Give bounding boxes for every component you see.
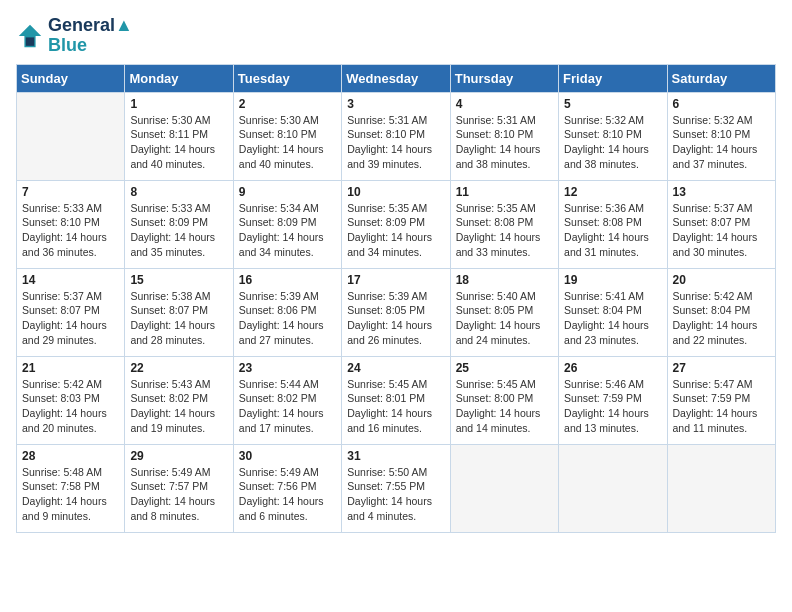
column-header-thursday: Thursday (450, 64, 558, 92)
day-number: 12 (564, 185, 661, 199)
day-number: 27 (673, 361, 770, 375)
daylight-label: Daylight: 14 hours and 29 minutes. (22, 319, 107, 346)
day-number: 21 (22, 361, 119, 375)
calendar-cell: 4 Sunrise: 5:31 AM Sunset: 8:10 PM Dayli… (450, 92, 558, 180)
calendar-cell: 11 Sunrise: 5:35 AM Sunset: 8:08 PM Dayl… (450, 180, 558, 268)
sunset-label: Sunset: 8:03 PM (22, 392, 100, 404)
sunset-label: Sunset: 8:07 PM (130, 304, 208, 316)
sunset-label: Sunset: 8:02 PM (239, 392, 317, 404)
day-info: Sunrise: 5:42 AM Sunset: 8:03 PM Dayligh… (22, 377, 119, 436)
day-info: Sunrise: 5:34 AM Sunset: 8:09 PM Dayligh… (239, 201, 336, 260)
sunrise-label: Sunrise: 5:40 AM (456, 290, 536, 302)
daylight-label: Daylight: 14 hours and 19 minutes. (130, 407, 215, 434)
day-number: 20 (673, 273, 770, 287)
column-header-wednesday: Wednesday (342, 64, 450, 92)
logo-icon (16, 22, 44, 50)
sunset-label: Sunset: 8:05 PM (347, 304, 425, 316)
sunrise-label: Sunrise: 5:37 AM (22, 290, 102, 302)
day-info: Sunrise: 5:42 AM Sunset: 8:04 PM Dayligh… (673, 289, 770, 348)
sunrise-label: Sunrise: 5:33 AM (22, 202, 102, 214)
sunrise-label: Sunrise: 5:43 AM (130, 378, 210, 390)
daylight-label: Daylight: 14 hours and 33 minutes. (456, 231, 541, 258)
sunrise-label: Sunrise: 5:31 AM (347, 114, 427, 126)
day-number: 17 (347, 273, 444, 287)
sunrise-label: Sunrise: 5:35 AM (456, 202, 536, 214)
sunrise-label: Sunrise: 5:45 AM (347, 378, 427, 390)
calendar-table: SundayMondayTuesdayWednesdayThursdayFrid… (16, 64, 776, 533)
sunset-label: Sunset: 7:56 PM (239, 480, 317, 492)
calendar-cell: 8 Sunrise: 5:33 AM Sunset: 8:09 PM Dayli… (125, 180, 233, 268)
calendar-cell: 19 Sunrise: 5:41 AM Sunset: 8:04 PM Dayl… (559, 268, 667, 356)
sunrise-label: Sunrise: 5:39 AM (239, 290, 319, 302)
calendar-cell: 18 Sunrise: 5:40 AM Sunset: 8:05 PM Dayl… (450, 268, 558, 356)
sunrise-label: Sunrise: 5:36 AM (564, 202, 644, 214)
daylight-label: Daylight: 14 hours and 31 minutes. (564, 231, 649, 258)
daylight-label: Daylight: 14 hours and 27 minutes. (239, 319, 324, 346)
calendar-cell: 1 Sunrise: 5:30 AM Sunset: 8:11 PM Dayli… (125, 92, 233, 180)
calendar-cell (559, 444, 667, 532)
day-info: Sunrise: 5:50 AM Sunset: 7:55 PM Dayligh… (347, 465, 444, 524)
daylight-label: Daylight: 14 hours and 23 minutes. (564, 319, 649, 346)
day-number: 9 (239, 185, 336, 199)
daylight-label: Daylight: 14 hours and 34 minutes. (239, 231, 324, 258)
daylight-label: Daylight: 14 hours and 20 minutes. (22, 407, 107, 434)
sunset-label: Sunset: 8:11 PM (130, 128, 208, 140)
day-number: 5 (564, 97, 661, 111)
day-info: Sunrise: 5:49 AM Sunset: 7:56 PM Dayligh… (239, 465, 336, 524)
day-info: Sunrise: 5:45 AM Sunset: 8:01 PM Dayligh… (347, 377, 444, 436)
day-number: 2 (239, 97, 336, 111)
sunrise-label: Sunrise: 5:35 AM (347, 202, 427, 214)
sunrise-label: Sunrise: 5:37 AM (673, 202, 753, 214)
day-number: 28 (22, 449, 119, 463)
calendar-cell (450, 444, 558, 532)
day-info: Sunrise: 5:35 AM Sunset: 8:09 PM Dayligh… (347, 201, 444, 260)
day-info: Sunrise: 5:30 AM Sunset: 8:10 PM Dayligh… (239, 113, 336, 172)
daylight-label: Daylight: 14 hours and 6 minutes. (239, 495, 324, 522)
calendar-cell (667, 444, 775, 532)
svg-rect-1 (26, 37, 34, 45)
day-info: Sunrise: 5:37 AM Sunset: 8:07 PM Dayligh… (22, 289, 119, 348)
day-info: Sunrise: 5:37 AM Sunset: 8:07 PM Dayligh… (673, 201, 770, 260)
sunset-label: Sunset: 7:55 PM (347, 480, 425, 492)
daylight-label: Daylight: 14 hours and 8 minutes. (130, 495, 215, 522)
daylight-label: Daylight: 14 hours and 13 minutes. (564, 407, 649, 434)
daylight-label: Daylight: 14 hours and 40 minutes. (130, 143, 215, 170)
day-number: 24 (347, 361, 444, 375)
calendar-cell: 21 Sunrise: 5:42 AM Sunset: 8:03 PM Dayl… (17, 356, 125, 444)
day-number: 25 (456, 361, 553, 375)
daylight-label: Daylight: 14 hours and 40 minutes. (239, 143, 324, 170)
daylight-label: Daylight: 14 hours and 9 minutes. (22, 495, 107, 522)
day-info: Sunrise: 5:32 AM Sunset: 8:10 PM Dayligh… (564, 113, 661, 172)
day-number: 11 (456, 185, 553, 199)
day-number: 3 (347, 97, 444, 111)
sunrise-label: Sunrise: 5:50 AM (347, 466, 427, 478)
sunrise-label: Sunrise: 5:46 AM (564, 378, 644, 390)
sunset-label: Sunset: 8:08 PM (564, 216, 642, 228)
sunset-label: Sunset: 8:09 PM (347, 216, 425, 228)
day-info: Sunrise: 5:39 AM Sunset: 8:05 PM Dayligh… (347, 289, 444, 348)
daylight-label: Daylight: 14 hours and 16 minutes. (347, 407, 432, 434)
sunset-label: Sunset: 7:59 PM (673, 392, 751, 404)
sunset-label: Sunset: 8:10 PM (456, 128, 534, 140)
daylight-label: Daylight: 14 hours and 37 minutes. (673, 143, 758, 170)
sunrise-label: Sunrise: 5:49 AM (130, 466, 210, 478)
sunset-label: Sunset: 8:10 PM (673, 128, 751, 140)
calendar-cell (17, 92, 125, 180)
sunrise-label: Sunrise: 5:45 AM (456, 378, 536, 390)
day-info: Sunrise: 5:36 AM Sunset: 8:08 PM Dayligh… (564, 201, 661, 260)
sunset-label: Sunset: 7:57 PM (130, 480, 208, 492)
day-info: Sunrise: 5:30 AM Sunset: 8:11 PM Dayligh… (130, 113, 227, 172)
day-number: 23 (239, 361, 336, 375)
day-info: Sunrise: 5:41 AM Sunset: 8:04 PM Dayligh… (564, 289, 661, 348)
day-info: Sunrise: 5:32 AM Sunset: 8:10 PM Dayligh… (673, 113, 770, 172)
day-info: Sunrise: 5:45 AM Sunset: 8:00 PM Dayligh… (456, 377, 553, 436)
sunrise-label: Sunrise: 5:38 AM (130, 290, 210, 302)
calendar-cell: 3 Sunrise: 5:31 AM Sunset: 8:10 PM Dayli… (342, 92, 450, 180)
calendar-cell: 31 Sunrise: 5:50 AM Sunset: 7:55 PM Dayl… (342, 444, 450, 532)
calendar-cell: 24 Sunrise: 5:45 AM Sunset: 8:01 PM Dayl… (342, 356, 450, 444)
calendar-cell: 6 Sunrise: 5:32 AM Sunset: 8:10 PM Dayli… (667, 92, 775, 180)
daylight-label: Daylight: 14 hours and 35 minutes. (130, 231, 215, 258)
day-number: 4 (456, 97, 553, 111)
column-header-sunday: Sunday (17, 64, 125, 92)
sunrise-label: Sunrise: 5:31 AM (456, 114, 536, 126)
